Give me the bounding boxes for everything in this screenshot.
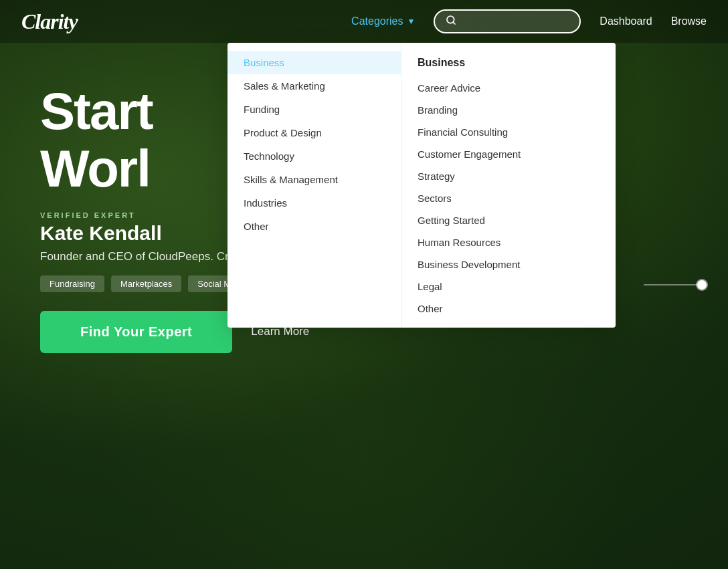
dropdown-right-item[interactable]: Financial Consulting <box>401 121 616 143</box>
navbar: Clarity Categories ▼ Dashboard Browse <box>0 0 728 43</box>
dropdown-right-header: Business <box>401 51 616 77</box>
dropdown-left-item[interactable]: Other <box>227 215 401 238</box>
dropdown-right-item[interactable]: Human Resources <box>401 231 616 253</box>
dropdown-right-item[interactable]: Customer Engagement <box>401 143 616 165</box>
browse-link[interactable]: Browse <box>671 15 707 27</box>
dropdown-left-item[interactable]: Sales & Marketing <box>227 74 401 98</box>
dropdown-right-item[interactable]: Business Development <box>401 253 616 275</box>
hero-title-line1: Start <box>40 82 153 140</box>
dropdown-left-item[interactable]: Product & Design <box>227 121 401 144</box>
nav-links: Categories ▼ Dashboard Browse <box>351 9 707 33</box>
hero-title-line2: Worl <box>40 139 150 198</box>
dropdown-right-item[interactable]: Branding <box>401 99 616 121</box>
svg-line-1 <box>453 22 455 24</box>
dropdown-right-item[interactable]: Sectors <box>401 187 616 209</box>
chevron-down-icon: ▼ <box>407 17 415 26</box>
dropdown-right-item[interactable]: Getting Started <box>401 209 616 231</box>
categories-dropdown-trigger[interactable]: Categories ▼ <box>351 15 415 27</box>
dropdown-left-panel: BusinessSales & MarketingFundingProduct … <box>227 43 401 328</box>
dropdown-right-item[interactable]: Career Advice <box>401 77 616 99</box>
categories-label: Categories <box>351 15 403 27</box>
dropdown-right-panel: Business Career AdviceBrandingFinancial … <box>401 43 616 328</box>
brand-logo: Clarity <box>21 9 78 34</box>
dropdown-left-item[interactable]: Industries <box>227 191 401 215</box>
tag-item[interactable]: Marketplaces <box>111 275 181 292</box>
dropdown-right-item[interactable]: Legal <box>401 275 616 298</box>
dropdown-right-item[interactable]: Other <box>401 298 616 320</box>
dropdown-left-item[interactable]: Technology <box>227 144 401 168</box>
search-bar[interactable] <box>434 9 581 33</box>
categories-dropdown: BusinessSales & MarketingFundingProduct … <box>227 43 616 328</box>
dashboard-link[interactable]: Dashboard <box>600 15 652 27</box>
dropdown-left-item[interactable]: Funding <box>227 98 401 121</box>
tag-item[interactable]: Fundraising <box>40 275 104 292</box>
dropdown-right-item[interactable]: Strategy <box>401 165 616 187</box>
find-expert-button[interactable]: Find Your Expert <box>40 311 232 353</box>
search-icon <box>446 15 456 28</box>
dropdown-left-item[interactable]: Business <box>227 51 401 74</box>
dropdown-left-item[interactable]: Skills & Management <box>227 168 401 191</box>
